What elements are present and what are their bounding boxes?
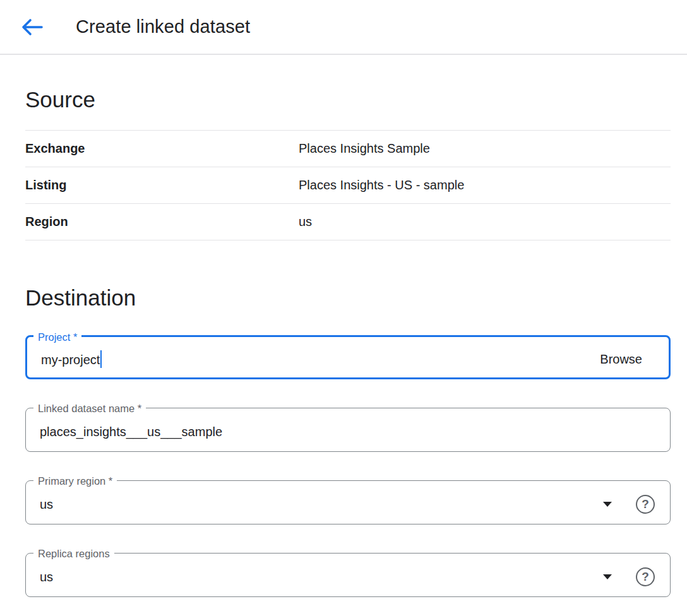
browse-button[interactable]: Browse [600,352,642,367]
page-title: Create linked dataset [76,16,250,37]
exchange-label: Exchange [25,141,299,156]
primary-region-label: Primary region * [33,475,117,487]
source-info-table: Exchange Places Insights Sample Listing … [25,130,671,240]
help-icon[interactable]: ? [636,495,655,514]
help-icon[interactable]: ? [636,567,655,586]
listing-label: Listing [25,178,299,192]
table-row-listing: Listing Places Insights - US - sample [25,167,671,204]
linked-dataset-name-field[interactable]: Linked dataset name * places_insights___… [25,408,671,452]
chevron-down-icon[interactable] [603,574,612,579]
table-row-region: Region us [25,204,671,240]
exchange-value: Places Insights Sample [299,141,430,156]
table-row-exchange: Exchange Places Insights Sample [25,131,671,167]
replica-regions-label: Replica regions [33,547,114,560]
project-field[interactable]: Project * my-project Browse [25,335,671,379]
project-field-label: Project * [33,331,81,343]
replica-regions-controls: ? [603,567,657,586]
primary-region-select-value[interactable]: us [40,497,53,512]
main-content: Source Exchange Places Insights Sample L… [0,86,687,597]
text-cursor [100,350,102,368]
primary-region-field[interactable]: Primary region * us ? [25,480,671,524]
replica-regions-select-value[interactable]: us [40,570,53,584]
page-header: Create linked dataset [0,0,687,55]
linked-dataset-name-input[interactable]: places_insights___us___sample [40,425,222,439]
listing-value: Places Insights - US - sample [299,178,464,192]
arrow-left-icon [20,18,44,37]
primary-region-controls: ? [603,495,657,514]
back-button[interactable] [19,15,44,40]
source-section-heading: Source [25,86,671,113]
region-value: us [299,215,312,229]
linked-dataset-name-label: Linked dataset name * [33,402,146,415]
project-input[interactable]: my-project [41,350,102,368]
destination-section-heading: Destination [25,285,671,311]
replica-regions-field[interactable]: Replica regions us ? [25,553,671,597]
chevron-down-icon[interactable] [603,502,612,507]
region-label: Region [25,215,299,229]
